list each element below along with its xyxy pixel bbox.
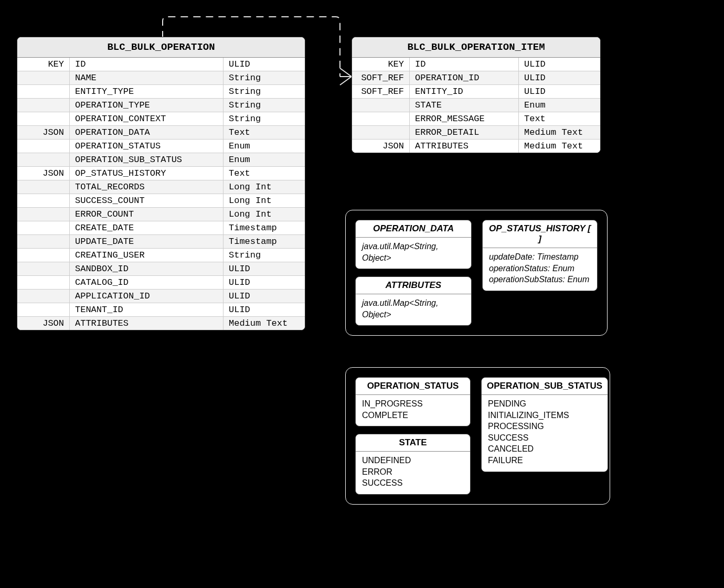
card-op-status-history: OP_STATUS_HISTORY [ ] updateDate: Timest… <box>482 220 598 291</box>
col-qualifier <box>17 99 70 112</box>
card-body: updateDate: TimestampoperationStatus: En… <box>483 248 597 291</box>
col-type: ULID <box>519 71 600 84</box>
col-qualifier <box>17 153 70 166</box>
card-body: java.util.Map<String, Object> <box>356 294 471 325</box>
col-type: String <box>223 99 305 112</box>
list-item: SUCCESS <box>362 477 464 489</box>
table-row: JSONOP_STATUS_HISTORYText <box>17 166 305 180</box>
col-type: Text <box>519 112 600 125</box>
entity-title: BLC_BULK_OPERATION <box>17 37 305 58</box>
col-name: NAME <box>70 71 223 84</box>
col-type: Medium Text <box>519 126 600 139</box>
table-row: APPLICATION_IDULID <box>17 289 305 303</box>
col-type: String <box>223 85 305 98</box>
col-type: Medium Text <box>519 140 600 153</box>
col-qualifier <box>17 235 70 248</box>
table-row: CATALOG_IDULID <box>17 275 305 289</box>
card-title: ATTRIBUTES <box>356 277 471 294</box>
table-row: NAMEString <box>17 71 305 84</box>
col-type: Enum <box>223 140 305 153</box>
col-type: Text <box>223 126 305 139</box>
col-name: ID <box>70 58 223 71</box>
card-operation-status: OPERATION_STATUS IN_PROGRESSCOMPLETE <box>355 377 471 426</box>
col-name: OPERATION_DATA <box>70 126 223 139</box>
card-title: OPERATION_SUB_STATUS <box>482 378 608 395</box>
list-item: FAILURE <box>488 455 601 466</box>
list-item: UNDEFINED <box>362 455 464 466</box>
col-qualifier <box>17 140 70 153</box>
table-row: SOFT_REFOPERATION_IDULID <box>352 71 600 84</box>
col-name: CREATING_USER <box>70 249 223 262</box>
table-row: SUCCESS_COUNTLong Int <box>17 194 305 207</box>
col-name: APPLICATION_ID <box>70 290 223 303</box>
col-type: Timestamp <box>223 235 305 248</box>
col-qualifier <box>17 249 70 262</box>
col-qualifier <box>352 99 410 112</box>
col-qualifier: JSON <box>17 167 70 180</box>
col-qualifier: JSON <box>17 317 70 330</box>
enums-panel: OPERATION_STATUS IN_PROGRESSCOMPLETE STA… <box>345 367 610 505</box>
col-qualifier: KEY <box>352 58 410 71</box>
col-name: ENTITY_ID <box>410 85 519 98</box>
entity-title: BLC_BULK_OPERATION_ITEM <box>352 37 600 58</box>
table-row: JSONATTRIBUTESMedium Text <box>17 316 305 330</box>
col-qualifier: SOFT_REF <box>352 85 410 98</box>
col-name: OPERATION_TYPE <box>70 99 223 112</box>
list-item: SUCCESS <box>488 432 601 444</box>
col-qualifier <box>17 208 70 221</box>
card-attributes: ATTRIBUTES java.util.Map<String, Object> <box>355 276 472 326</box>
card-title: OPERATION_DATA <box>356 220 471 238</box>
col-qualifier <box>17 112 70 125</box>
list-item: ERROR <box>362 466 464 478</box>
col-qualifier <box>17 71 70 84</box>
list-item: updateDate: Timestamp <box>489 251 591 263</box>
table-row: TOTAL_RECORDSLong Int <box>17 180 305 194</box>
col-name: ID <box>410 58 519 71</box>
col-type: ULID <box>223 262 305 275</box>
col-name: OP_STATUS_HISTORY <box>70 167 223 180</box>
table-row: ENTITY_TYPEString <box>17 84 305 98</box>
card-operation-data: OPERATION_DATA java.util.Map<String, Obj… <box>355 220 472 269</box>
table-row: SANDBOX_IDULID <box>17 262 305 275</box>
col-name: OPERATION_STATUS <box>70 140 223 153</box>
table-row: ERROR_COUNTLong Int <box>17 207 305 221</box>
entity-bulk-operation-item: BLC_BULK_OPERATION_ITEM KEYIDULIDSOFT_RE… <box>352 37 601 153</box>
col-name: CREATE_DATE <box>70 221 223 234</box>
card-body: UNDEFINEDERRORSUCCESS <box>356 452 470 494</box>
card-title: OPERATION_STATUS <box>356 378 470 395</box>
col-qualifier <box>352 126 410 139</box>
card-body: java.util.Map<String, Object> <box>356 238 471 269</box>
list-item: PENDING <box>488 398 601 410</box>
col-name: ERROR_DETAIL <box>410 126 519 139</box>
col-type: ULID <box>223 58 305 71</box>
col-type: String <box>223 71 305 84</box>
col-name: ENTITY_TYPE <box>70 85 223 98</box>
col-type: ULID <box>223 303 305 316</box>
col-type: Long Int <box>223 208 305 221</box>
col-name: OPERATION_CONTEXT <box>70 112 223 125</box>
col-qualifier <box>17 180 70 194</box>
col-name: ERROR_COUNT <box>70 208 223 221</box>
col-name: SUCCESS_COUNT <box>70 194 223 207</box>
list-item: INITIALIZING_ITEMS <box>488 410 601 421</box>
col-qualifier <box>17 290 70 303</box>
card-state: STATE UNDEFINEDERRORSUCCESS <box>355 434 471 495</box>
col-name: ATTRIBUTES <box>70 317 223 330</box>
col-name: UPDATE_DATE <box>70 235 223 248</box>
col-type: Long Int <box>223 194 305 207</box>
entity-bulk-operation: BLC_BULK_OPERATION KEYIDULIDNAMEStringEN… <box>17 37 305 330</box>
col-qualifier <box>17 276 70 289</box>
table-row: ERROR_MESSAGEText <box>352 112 600 125</box>
list-item: CANCELED <box>488 443 601 455</box>
table-row: KEYIDULID <box>352 58 600 71</box>
table-row: OPERATION_SUB_STATUSEnum <box>17 153 305 166</box>
col-qualifier <box>352 112 410 125</box>
col-type: ULID <box>519 85 600 98</box>
list-item: PROCESSING <box>488 421 601 432</box>
col-qualifier <box>17 221 70 234</box>
table-row: TENANT_IDULID <box>17 303 305 316</box>
col-type: Medium Text <box>223 317 305 330</box>
col-name: OPERATION_SUB_STATUS <box>70 153 223 166</box>
col-qualifier <box>17 303 70 316</box>
col-type: Enum <box>223 153 305 166</box>
